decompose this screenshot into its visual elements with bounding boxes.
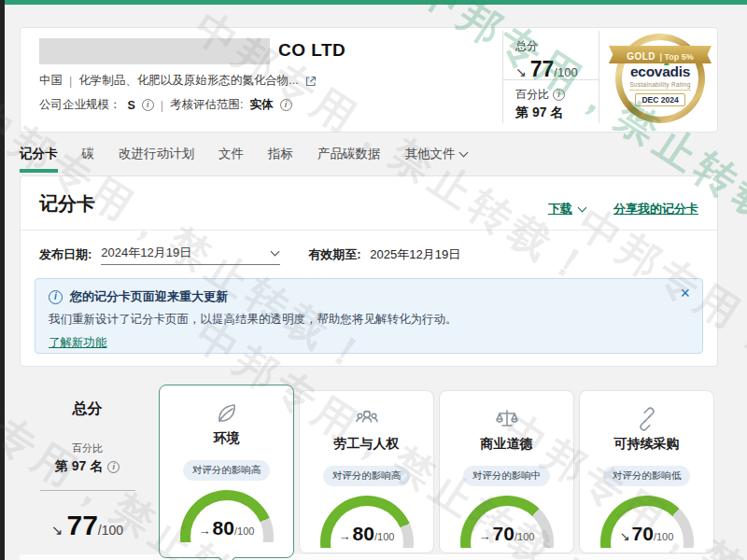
- percentile-label: 百分比 i: [515, 87, 599, 103]
- scorecard-actions: 下载 分享我的记分卡: [548, 201, 698, 217]
- card-score: →70/100: [455, 523, 559, 545]
- top-accent-bar: [0, 0, 747, 5]
- update-banner: i 您的记分卡页面迎来重大更新 我们重新设计了记分卡页面，以提高结果的透明度，帮…: [35, 278, 703, 354]
- tab-other-documents-label: 其他文件: [405, 146, 456, 162]
- card-score: →80/100: [315, 523, 419, 545]
- ecovadis-medal: ecovadis Sustainability Rating DEC 2024 …: [612, 34, 709, 129]
- overall-score-title: 总分: [20, 399, 155, 419]
- trend-arrow-icon: →: [339, 529, 351, 543]
- info-icon[interactable]: i: [107, 461, 120, 473]
- company-location-industry: 中国 | 化学制品、化肥以及原始形态的氮化合物...: [39, 73, 317, 89]
- trend-arrow-icon: →: [199, 524, 211, 538]
- score-denominator: /100: [234, 525, 254, 537]
- score-number: 70: [493, 523, 514, 544]
- separator: |: [69, 75, 72, 88]
- leaf-icon: [160, 399, 293, 427]
- chevron-down-icon: [458, 148, 468, 158]
- company-country: 中国: [39, 73, 63, 89]
- people-icon: [300, 405, 433, 433]
- score-gauge: →80/100: [175, 488, 279, 542]
- impact-badge: 对评分的影响低: [603, 466, 691, 486]
- category-cards: 环境 对评分的影响高 →80/100 劳工与人权 对评分的影响高: [159, 385, 714, 558]
- medal-top-percent: | Top 5%: [659, 52, 693, 62]
- medal-level: GOLD: [627, 51, 655, 62]
- info-icon[interactable]: i: [553, 89, 565, 101]
- company-size-label: 公司企业规模：: [39, 97, 121, 113]
- score-number: 77: [530, 57, 555, 81]
- card-business-ethics[interactable]: 商业道德 对评分的影响中 →70/100: [439, 390, 574, 553]
- date-row: 发布日期: 2024年12月19日 有效期至: 2025年12月19日: [21, 231, 717, 265]
- valid-until-value: 2025年12月19日: [370, 247, 460, 261]
- overall-percentile-value: 第 97 名 i: [20, 458, 155, 475]
- ecovadis-logo: ecovadis: [630, 63, 690, 80]
- overall-score-summary: 总分 百分比 第 97 名 i ↘77/100: [20, 399, 155, 541]
- gold-ribbon: GOLD | Top 5%: [609, 46, 712, 63]
- tab-product-carbon-data[interactable]: 产品碳数据: [317, 146, 381, 173]
- share-scorecard-link[interactable]: 分享我的记分卡: [613, 201, 698, 217]
- total-score-label: 总分: [515, 38, 599, 54]
- page-title: 记分卡: [39, 191, 95, 217]
- score-gauge: →70/100: [455, 494, 559, 548]
- score-denominator: /100: [654, 531, 673, 542]
- company-header-card: CO LTD 中国 | 化学制品、化肥以及原始形态的氮化合物... 公司企业规模…: [20, 27, 718, 133]
- separator: |: [161, 99, 163, 112]
- score-number: 77: [66, 510, 97, 540]
- scorecard-panel-header: 记分卡 下载 分享我的记分卡: [21, 176, 717, 231]
- tab-improvement-plan[interactable]: 改进行动计划: [119, 146, 194, 173]
- chevron-down-icon: [578, 203, 587, 213]
- tab-indicators[interactable]: 指标: [268, 146, 293, 173]
- chevron-down-icon: [271, 247, 280, 257]
- card-sustainable-procurement[interactable]: 可持续采购 对评分的影响低 ↘70/100: [579, 390, 714, 553]
- info-icon[interactable]: i: [142, 99, 154, 111]
- tab-documents[interactable]: 文件: [218, 146, 244, 173]
- score-denominator: /100: [514, 531, 534, 542]
- percentile-label-text: 百分比: [515, 87, 549, 103]
- score-denominator: /100: [554, 65, 577, 79]
- divider: [40, 490, 135, 491]
- left-edge-strip: [0, 0, 5, 560]
- card-labor-human-rights[interactable]: 劳工与人权 对评分的影响高 →80/100: [299, 390, 434, 553]
- company-size-scope: 公司企业规模： S i | 考核评估范围: 实体 i: [39, 97, 292, 113]
- score-number: 80: [353, 523, 374, 544]
- company-size-value: S: [128, 99, 135, 112]
- banner-body: 我们重新设计了记分卡页面，以提高结果的透明度，帮助您将见解转化为行动。: [49, 312, 689, 328]
- info-icon[interactable]: i: [280, 99, 292, 111]
- chain-link-icon: [580, 405, 713, 433]
- banner-title: 您的记分卡页面迎来重大更新: [70, 288, 228, 305]
- impact-badge: 对评分的影响高: [183, 460, 271, 481]
- card-environment[interactable]: 环境 对评分的影响高 →80/100: [159, 385, 294, 558]
- percentile-row: 百分比 i 第 97 名: [503, 80, 599, 121]
- tab-bar: 记分卡 碳 改进行动计划 文件 指标 产品碳数据 其他文件: [20, 146, 467, 173]
- score-denominator: /100: [374, 531, 394, 542]
- valid-until: 有效期至: 2025年12月19日: [308, 246, 460, 263]
- score-number: 70: [632, 523, 654, 544]
- card-score: →80/100: [175, 517, 279, 539]
- tab-scorecard[interactable]: 记分卡: [20, 146, 58, 173]
- scorecard-page: CO LTD 中国 | 化学制品、化肥以及原始形态的氮化合物... 公司企业规模…: [0, 0, 747, 560]
- company-industry[interactable]: 化学制品、化肥以及原始形态的氮化合物...: [78, 73, 298, 89]
- close-icon[interactable]: ×: [680, 285, 690, 301]
- medal-subtitle: Sustainability Rating: [629, 81, 690, 91]
- card-title: 劳工与人权: [300, 436, 433, 453]
- trend-down-arrow-icon: ↘: [51, 522, 63, 538]
- ecovadis-wordmark: ecovadis: [630, 63, 690, 79]
- score-gauge: →80/100: [315, 494, 419, 548]
- publish-date-select[interactable]: 2024年12月19日: [101, 245, 280, 265]
- valid-until-label: 有效期至:: [308, 247, 360, 261]
- overall-percentile-label: 百分比: [20, 441, 155, 455]
- learn-new-features-link[interactable]: 了解新功能: [49, 335, 107, 351]
- trend-down-arrow-icon: ↘: [620, 529, 630, 543]
- medal-date-badge: DEC 2024: [635, 93, 684, 106]
- score-number: 80: [213, 517, 234, 539]
- impact-badge: 对评分的影响中: [463, 466, 551, 486]
- banner-title-row: i 您的记分卡页面迎来重大更新: [49, 288, 689, 305]
- tab-carbon[interactable]: 碳: [82, 146, 95, 173]
- download-button[interactable]: 下载: [548, 201, 585, 217]
- score-denominator: /100: [98, 523, 123, 538]
- impact-badge: 对评分的影响高: [323, 466, 411, 486]
- total-score-value: ↘77/100: [515, 57, 599, 82]
- external-link-icon[interactable]: [305, 76, 317, 87]
- card-title: 可持续采购: [580, 436, 713, 453]
- trend-arrow-icon: →: [479, 529, 491, 543]
- tab-other-documents[interactable]: 其他文件: [405, 146, 467, 173]
